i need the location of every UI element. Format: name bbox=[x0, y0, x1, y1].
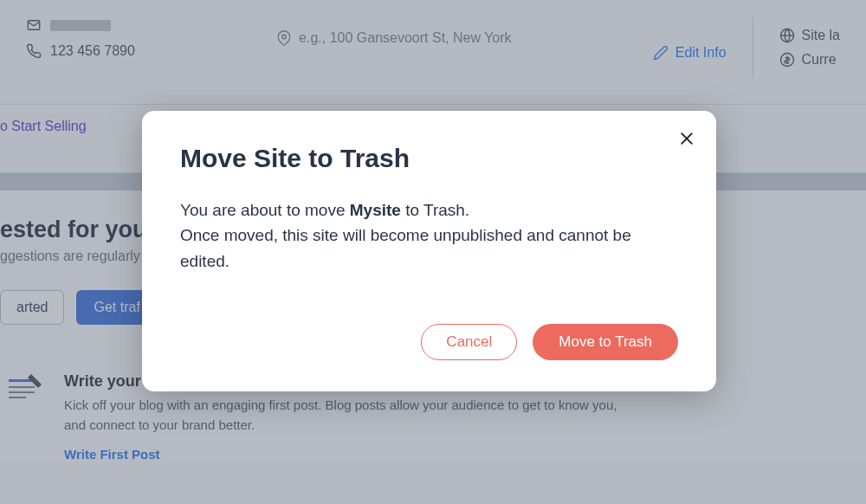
modal-line1-post: to Trash. bbox=[401, 201, 469, 219]
move-to-trash-button[interactable]: Move to Trash bbox=[533, 324, 678, 360]
modal-site-name: Mysite bbox=[350, 201, 401, 219]
close-icon bbox=[678, 130, 695, 147]
move-to-trash-modal: Move Site to Trash You are about to move… bbox=[142, 111, 716, 391]
modal-body: You are about to move Mysite to Trash. O… bbox=[180, 197, 678, 274]
cancel-button[interactable]: Cancel bbox=[421, 324, 517, 360]
modal-title: Move Site to Trash bbox=[180, 144, 678, 173]
modal-actions: Cancel Move to Trash bbox=[180, 324, 678, 360]
modal-line2: Once moved, this site will become unpubl… bbox=[180, 226, 631, 269]
close-button[interactable] bbox=[678, 130, 695, 151]
modal-line1-pre: You are about to move bbox=[180, 201, 350, 219]
